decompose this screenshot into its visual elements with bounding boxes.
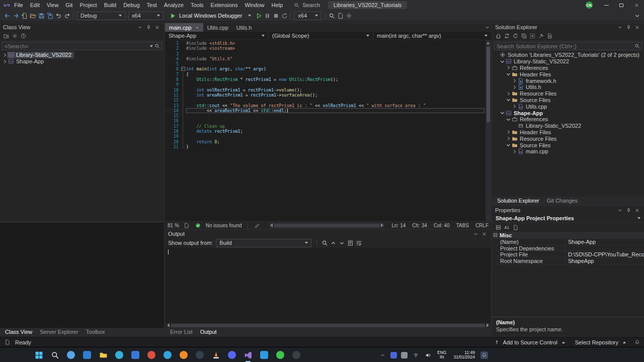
find-message-icon[interactable] — [320, 239, 329, 247]
store-icon[interactable] — [129, 349, 142, 361]
pin-icon[interactable] — [624, 206, 632, 214]
menu-help[interactable]: Help — [268, 1, 287, 9]
tree-item[interactable]: Resource Files — [492, 135, 644, 142]
fold-margin[interactable] — [180, 108, 186, 113]
chevron-expanded-icon[interactable] — [506, 98, 511, 103]
chevron-expanded-icon[interactable] — [506, 143, 511, 148]
menu-tools[interactable]: Tools — [187, 1, 207, 9]
zoom-level[interactable]: 81 % — [168, 223, 179, 228]
redo-icon[interactable] — [63, 12, 71, 20]
select-repository-button[interactable]: Select Repository — [572, 339, 629, 345]
code-line[interactable]: 13 std::cout << "The volume of rectPrism… — [165, 103, 485, 108]
obs-studio-icon[interactable] — [290, 349, 303, 361]
menu-analyze[interactable]: Analyze — [160, 1, 187, 9]
breakpoint-margin[interactable] — [165, 77, 169, 82]
breakpoint-margin[interactable] — [165, 51, 169, 56]
fold-margin[interactable] — [180, 93, 186, 98]
pin-icon[interactable] — [144, 23, 152, 31]
code-line[interactable]: 2#include <iostream> — [165, 46, 485, 51]
chevron-down-icon[interactable] — [136, 23, 144, 31]
breakpoint-margin[interactable] — [165, 129, 169, 134]
breakpoint-margin[interactable] — [165, 41, 169, 46]
pin-icon[interactable] — [624, 23, 632, 31]
scroll-up-icon[interactable] — [487, 42, 490, 44]
chevron-collapsed-icon[interactable] — [512, 78, 517, 83]
language-indicator[interactable]: ENG IN — [436, 350, 448, 359]
property-pages-icon[interactable] — [511, 223, 519, 231]
discord-icon[interactable] — [225, 349, 238, 361]
class-view-search-input[interactable]: <Search> — [2, 42, 163, 50]
tree-item[interactable]: Solution 'Libraries_VS2022_Tutorials' (2… — [492, 52, 644, 58]
tab-output[interactable]: Output — [197, 328, 220, 335]
breakpoint-margin[interactable] — [165, 46, 169, 51]
property-section-misc[interactable]: Misc — [492, 232, 644, 239]
member-dropdown[interactable]: main(int argc, char** argv) — [373, 32, 491, 40]
solution-configurations-dropdown[interactable]: Debug — [77, 12, 125, 20]
code-line[interactable]: 19 — [165, 134, 485, 139]
breakpoint-margin[interactable] — [165, 87, 169, 93]
restore-button[interactable] — [614, 0, 629, 10]
tree-item[interactable]: Header Files — [492, 129, 644, 136]
code-line[interactable]: 6int main(int argc, char** argv) — [165, 66, 485, 71]
widgets-icon[interactable] — [64, 349, 77, 361]
toolbar-overflow-icon[interactable] — [633, 12, 641, 20]
document-tab-main.cpp[interactable]: main.cpp — [165, 23, 203, 32]
tab-toolbox[interactable]: Toolbox — [83, 328, 109, 335]
telegram-icon[interactable] — [161, 349, 174, 361]
show-all-files-icon[interactable] — [528, 32, 536, 40]
property-row[interactable]: Root NamespaceShapeApp — [492, 258, 644, 264]
notifications-icon[interactable] — [633, 338, 641, 346]
property-name[interactable]: Root Namespace — [492, 258, 566, 264]
scrollbar-thumb[interactable] — [487, 47, 490, 122]
document-list-icon[interactable] — [483, 23, 491, 31]
solution-explorer-search-input[interactable]: Search Solution Explorer (Ctrl+;) — [494, 42, 642, 50]
chevron-collapsed-icon[interactable] — [506, 65, 511, 70]
undo-icon[interactable] — [54, 12, 62, 20]
code-line[interactable]: 18 delete rectPrism1; — [165, 129, 485, 134]
menu-file[interactable]: File — [11, 1, 27, 9]
tabs-indicator[interactable]: TABS — [456, 223, 468, 228]
menu-view[interactable]: View — [43, 1, 62, 9]
fold-margin[interactable] — [180, 72, 186, 77]
class-view-item-body[interactable]: ++Library-Static_VS2022 — [7, 52, 74, 58]
categorized-icon[interactable] — [494, 223, 502, 231]
chevron-down-icon[interactable] — [471, 230, 479, 238]
property-value[interactable]: ShapeApp — [566, 258, 644, 264]
tab-server-explorer[interactable]: Server Explorer — [36, 328, 82, 335]
char-indicator[interactable]: Ch: 34 — [412, 223, 427, 228]
fold-margin[interactable] — [180, 77, 186, 82]
properties-object-dropdown[interactable]: Shape-App Project Properties — [492, 214, 644, 223]
solution-name-badge[interactable]: Libraries_VS2022_Tutorials — [328, 1, 407, 9]
collapse-all-icon[interactable] — [520, 32, 528, 40]
fold-margin[interactable] — [180, 139, 186, 144]
split-view-icon[interactable] — [183, 221, 191, 229]
outlook-icon[interactable] — [80, 349, 94, 361]
back-icon[interactable] — [3, 12, 11, 20]
breakpoint-margin[interactable] — [165, 72, 169, 77]
chevron-expanded-icon[interactable] — [506, 72, 511, 77]
fold-margin[interactable] — [180, 124, 186, 129]
add-folder-icon[interactable] — [2, 32, 10, 40]
close-icon[interactable] — [153, 23, 161, 31]
menu-window[interactable]: Window — [241, 1, 268, 9]
fold-margin[interactable] — [180, 113, 186, 118]
tree-item[interactable]: ++Shape-App — [492, 110, 644, 116]
property-name[interactable]: (Name) — [492, 239, 566, 245]
code-line[interactable]: 1#include <stdlib.h> — [165, 41, 485, 46]
breakpoint-margin[interactable] — [165, 56, 169, 61]
preview-platform-dropdown[interactable]: x64 — [294, 12, 321, 20]
chevron-down-icon[interactable] — [616, 206, 624, 214]
file-explorer-icon[interactable] — [97, 349, 110, 361]
breakpoint-margin[interactable] — [165, 124, 169, 129]
property-row[interactable]: (Name)Shape-App — [492, 239, 644, 245]
fold-margin[interactable] — [180, 129, 186, 134]
line-indicator[interactable]: Ln: 14 — [392, 223, 406, 228]
tree-item[interactable]: Source Files — [492, 97, 644, 104]
gear-icon[interactable] — [11, 32, 19, 40]
tree-item[interactable]: hUtils.h — [492, 84, 644, 90]
minimize-button[interactable] — [599, 0, 614, 10]
tree-item[interactable]: Resource Files — [492, 90, 644, 97]
start-debugging-button[interactable]: Local Windows Debugger — [165, 12, 255, 20]
tree-item[interactable]: Source Files — [492, 142, 644, 148]
breakpoint-margin[interactable] — [165, 113, 169, 118]
